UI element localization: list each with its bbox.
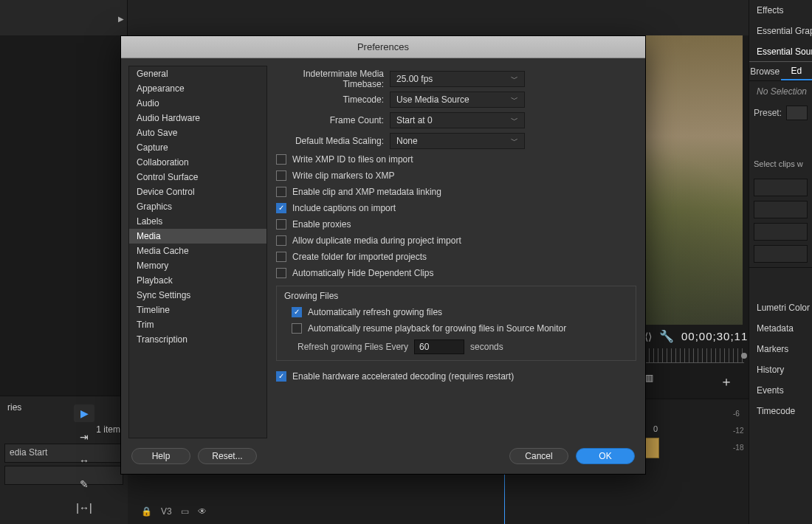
preferences-dialog: Preferences GeneralAppearanceAudioAudio … xyxy=(120,35,646,475)
sidebar-item-audio-hardware[interactable]: Audio Hardware xyxy=(129,111,266,125)
tab-essential-graphics[interactable]: Essential Graph xyxy=(749,21,812,41)
ripple-edit-tool[interactable]: ↔ xyxy=(74,452,94,469)
framecount-select[interactable]: Start at 0 ﹀ xyxy=(390,112,525,128)
project-row[interactable] xyxy=(4,466,123,485)
clip-markers-checkbox[interactable] xyxy=(276,170,286,181)
toggle-output-icon[interactable]: ▭ xyxy=(181,506,189,517)
slip-tool[interactable]: |↔| xyxy=(74,499,94,517)
refresh-interval-input[interactable] xyxy=(414,339,464,354)
dialog-footer: Help Reset... Cancel OK xyxy=(121,438,645,474)
sidebar-item-media-cache[interactable]: Media Cache xyxy=(129,244,266,258)
expand-arrow-icon[interactable]: ▶ xyxy=(118,15,124,23)
xmp-linking-checkbox[interactable] xyxy=(276,187,286,197)
audio-type-slot-2[interactable] xyxy=(754,201,808,218)
ok-button[interactable]: OK xyxy=(576,448,635,464)
track-label[interactable]: V3 xyxy=(161,506,172,517)
proxies-checkbox[interactable] xyxy=(276,219,286,230)
sidebar-item-device-control[interactable]: Device Control xyxy=(129,185,266,199)
tab-history[interactable]: History xyxy=(749,359,812,380)
growing-files-legend: Growing Files xyxy=(284,291,628,301)
prefs-main: Indeterminate Media Timebase: 25.00 fps … xyxy=(275,66,638,438)
tab-metadata[interactable]: Metadata xyxy=(749,318,812,339)
sidebar-item-labels[interactable]: Labels xyxy=(129,214,266,229)
audio-type-slot-3[interactable] xyxy=(754,223,808,241)
right-lower-tabs: Lumetri Color Metadata Markers History E… xyxy=(749,297,812,421)
toggle-sync-icon[interactable]: 👁 xyxy=(198,506,207,517)
dup-media-checkbox[interactable] xyxy=(276,235,286,246)
selection-tool[interactable]: ▶ xyxy=(74,404,94,422)
tab-markers[interactable]: Markers xyxy=(749,339,812,359)
timecode-select[interactable]: Use Media Source ﹀ xyxy=(390,92,525,108)
xmp-id-checkbox[interactable] xyxy=(276,154,286,165)
tab-timecode[interactable]: Timecode xyxy=(749,401,812,421)
sidebar-item-auto-save[interactable]: Auto Save xyxy=(129,125,266,140)
sidebar-item-playback[interactable]: Playback xyxy=(129,273,266,288)
timebase-select[interactable]: 25.00 fps ﹀ xyxy=(390,71,525,87)
timecode-display[interactable]: 00;00;30;11 xyxy=(681,330,748,342)
sidebar-item-capture[interactable]: Capture xyxy=(129,140,266,155)
audio-type-slot-1[interactable] xyxy=(754,179,808,196)
subtab-browse[interactable]: Browse xyxy=(749,62,781,80)
project-column-header[interactable]: edia Start xyxy=(4,444,123,463)
sidebar-item-graphics[interactable]: Graphics xyxy=(129,199,266,214)
sidebar-item-collaboration[interactable]: Collaboration xyxy=(129,155,266,170)
refresh-suffix: seconds xyxy=(470,342,503,352)
col-header-label: edia Start xyxy=(5,444,52,461)
framecount-value: Start at 0 xyxy=(396,115,433,125)
timeline-clip[interactable] xyxy=(644,438,659,458)
captions-checkbox[interactable] xyxy=(276,203,286,213)
help-button[interactable]: Help xyxy=(131,448,190,464)
create-folder-checkbox[interactable] xyxy=(276,252,286,262)
add-marker-icon[interactable]: ＋ xyxy=(720,373,733,390)
tab-events[interactable]: Events xyxy=(749,380,812,401)
no-selection-label: No Selection xyxy=(749,81,812,102)
sidebar-item-control-surface[interactable]: Control Surface xyxy=(129,170,266,185)
razor-tool[interactable]: ✎ xyxy=(74,475,94,493)
sidebar-item-timeline[interactable]: Timeline xyxy=(129,303,266,317)
sidebar-item-appearance[interactable]: Appearance xyxy=(129,81,266,96)
refresh-prefix: Refresh growing Files Every xyxy=(297,342,408,352)
tab-effects[interactable]: Effects xyxy=(749,0,812,21)
project-tab-label[interactable]: ries xyxy=(7,402,21,413)
sidebar-item-audio[interactable]: Audio xyxy=(129,96,266,111)
cancel-button[interactable]: Cancel xyxy=(509,448,568,464)
timecode-bar: ⟨⟩ 🔧 00;00;30;11 xyxy=(644,329,748,343)
zoom-ruler[interactable] xyxy=(644,348,744,363)
chevron-down-icon: ﹀ xyxy=(511,94,518,105)
auto-resume-checkbox[interactable] xyxy=(292,323,302,334)
snap-icon[interactable]: ▥ xyxy=(645,373,653,390)
hide-dep-checkbox[interactable] xyxy=(276,268,286,278)
tab-lumetri-color[interactable]: Lumetri Color xyxy=(749,297,812,318)
preset-row: Preset: xyxy=(749,102,812,124)
sidebar-item-general[interactable]: General xyxy=(129,66,266,81)
track-select-tool[interactable]: ⇥ xyxy=(74,428,94,446)
hw-decode-label: Enable hardware accelerated decoding (re… xyxy=(292,371,514,382)
scaling-select[interactable]: None ﹀ xyxy=(390,133,525,149)
auto-refresh-label: Automatically refresh growing files xyxy=(308,307,442,317)
subtab-edit[interactable]: Ed xyxy=(781,62,813,80)
reset-button[interactable]: Reset... xyxy=(198,448,257,464)
audio-type-slot-4[interactable] xyxy=(754,245,808,263)
tab-essential-sound[interactable]: Essential Soun xyxy=(749,41,812,62)
create-folder-label: Create folder for imported projects xyxy=(292,252,427,262)
xmp-id-label: Write XMP ID to files on import xyxy=(292,154,413,165)
dialog-title: Preferences xyxy=(121,36,645,58)
lock-icon[interactable]: 🔒 xyxy=(141,506,152,517)
proxies-label: Enable proxies xyxy=(292,219,351,230)
sidebar-item-media[interactable]: Media xyxy=(129,229,266,244)
hw-decode-checkbox[interactable] xyxy=(276,371,286,382)
chevron-down-icon: ﹀ xyxy=(511,115,518,125)
timecode-label: Timecode: xyxy=(275,94,384,105)
preset-field[interactable] xyxy=(786,106,808,120)
growing-files-group: Growing Files Automatically refresh grow… xyxy=(276,286,636,361)
scale-12: -12 xyxy=(733,427,743,435)
zoom-knob[interactable] xyxy=(741,353,747,359)
sidebar-item-memory[interactable]: Memory xyxy=(129,258,266,273)
hide-dep-label: Automatically Hide Dependent Clips xyxy=(292,268,433,278)
auto-refresh-checkbox[interactable] xyxy=(292,307,302,317)
project-panel: ries 1 item edia Start xyxy=(0,396,128,524)
sidebar-item-transcription[interactable]: Transcription xyxy=(129,332,266,347)
wrench-icon[interactable]: 🔧 xyxy=(659,329,674,343)
sidebar-item-sync-settings[interactable]: Sync Settings xyxy=(129,288,266,303)
sidebar-item-trim[interactable]: Trim xyxy=(129,317,266,332)
